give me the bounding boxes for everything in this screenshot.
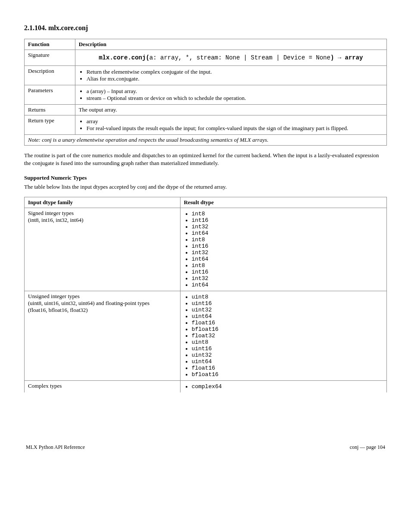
row-content: array For real-valued inputs the result …	[75, 115, 386, 135]
signature-prefix: mlx.core.conj(	[99, 54, 149, 61]
bullet-list: Return the elementwise complex conjugate…	[87, 68, 383, 82]
row-content: Return the elementwise complex conjugate…	[75, 66, 386, 85]
list-item: int8	[192, 262, 383, 269]
list-item: uint8	[192, 339, 383, 345]
note-cell: Note: conj is a unary elementwise operat…	[25, 135, 387, 146]
page-footer: MLX Python API Reference conj — page 104	[24, 444, 387, 451]
row-content: complex64	[180, 380, 386, 392]
list-item: int64	[192, 230, 383, 236]
list-item: int16	[192, 243, 383, 249]
section-title: 2.1.104. mlx.core.conj	[24, 24, 387, 32]
table-row: Signed integer types (int8, int16, int32…	[25, 208, 387, 291]
function-summary-table: Function Description Signature mlx.core.…	[24, 39, 387, 146]
table-header-row: Function Description	[25, 39, 387, 50]
page: 2.1.104. mlx.core.conj Function Descript…	[0, 0, 411, 468]
row-label: Signed integer types (int8, int16, int32…	[25, 208, 181, 291]
row-label: Description	[25, 66, 75, 85]
bullet-list: complex64	[192, 383, 383, 390]
table-header-right: Result dtype	[180, 197, 386, 208]
list-item: uint16	[192, 300, 383, 307]
bullet-list: a (array) – Input array. stream – Option…	[87, 88, 383, 102]
list-item: int16	[192, 269, 383, 275]
list-item: uint8	[192, 294, 383, 300]
signature-label: Signature	[25, 50, 75, 66]
signature-row: Signature mlx.core.conj(a: array, *, str…	[25, 50, 387, 66]
list-item: Return the elementwise complex conjugate…	[87, 68, 383, 75]
table-header-right: Description	[75, 39, 386, 50]
row-label: Return type	[25, 115, 75, 135]
table-header-left: Function	[25, 39, 75, 50]
list-item: int8	[192, 236, 383, 243]
list-item: int64	[192, 282, 383, 288]
bullet-list: array For real-valued inputs the result …	[87, 118, 383, 132]
list-item: bfloat16	[192, 371, 383, 378]
signature-suffix: ) → array	[330, 54, 363, 61]
list-item: uint32	[192, 307, 383, 313]
list-item: bfloat16	[192, 326, 383, 333]
table-row: Return type array For real-valued inputs…	[25, 115, 387, 135]
paragraph: The routine is part of the core numerics…	[24, 152, 387, 167]
list-item: int64	[192, 256, 383, 262]
list-item: array	[87, 118, 383, 125]
subheading: Supported Numeric Types	[24, 174, 387, 181]
bullet-list: uint8 uint16 uint32 uint64 float16 bfloa…	[192, 294, 383, 378]
dtype-support-table: Input dtype family Result dtype Signed i…	[24, 197, 387, 392]
list-item: int8	[192, 211, 383, 217]
table-row: Description Return the elementwise compl…	[25, 66, 387, 85]
row-label: Parameters	[25, 85, 75, 105]
signature-args: a: array, *, stream: None | Stream | Dev…	[149, 54, 330, 61]
table-row: Parameters a (array) – Input array. stre…	[25, 85, 387, 105]
list-item: uint64	[192, 313, 383, 320]
list-item: complex64	[192, 383, 383, 390]
list-item: uint32	[192, 352, 383, 358]
list-item: float16	[192, 320, 383, 326]
list-item: int32	[192, 249, 383, 256]
footer-left: MLX Python API Reference	[26, 444, 85, 451]
row-label: Unsigned integer types (uint8, uint16, u…	[25, 291, 181, 380]
list-item: uint64	[192, 358, 383, 365]
note-row: Note: conj is a unary elementwise operat…	[25, 135, 387, 146]
row-label: Complex types	[25, 380, 181, 392]
row-label: Returns	[25, 105, 75, 115]
table-header-left: Input dtype family	[25, 197, 181, 208]
row-content: uint8 uint16 uint32 uint64 float16 bfloa…	[180, 291, 386, 380]
list-item: int16	[192, 217, 383, 224]
list-item: float32	[192, 333, 383, 339]
bullet-list: int8 int16 int32 int64 int8 int16 int32 …	[192, 211, 383, 288]
row-content: a (array) – Input array. stream – Option…	[75, 85, 386, 105]
footer-right: conj — page 104	[350, 444, 385, 451]
list-item: int32	[192, 224, 383, 230]
table-row: Returns The output array.	[25, 105, 387, 115]
list-item: For real-valued inputs the result equals…	[87, 125, 383, 132]
signature-cell: mlx.core.conj(a: array, *, stream: None …	[75, 50, 386, 66]
list-item: stream – Optional stream or device on wh…	[87, 95, 383, 102]
table-header-row: Input dtype family Result dtype	[25, 197, 387, 208]
list-item: uint16	[192, 345, 383, 352]
list-item: int32	[192, 275, 383, 282]
paragraph: The table below lists the input dtypes a…	[24, 183, 387, 191]
row-content: int8 int16 int32 int64 int8 int16 int32 …	[180, 208, 386, 291]
table-row: Complex types complex64	[25, 380, 387, 392]
list-item: a (array) – Input array.	[87, 88, 383, 95]
row-content: The output array.	[75, 105, 386, 115]
table-row: Unsigned integer types (uint8, uint16, u…	[25, 291, 387, 380]
list-item: Alias for mx.conjugate.	[87, 75, 383, 82]
list-item: float16	[192, 365, 383, 371]
